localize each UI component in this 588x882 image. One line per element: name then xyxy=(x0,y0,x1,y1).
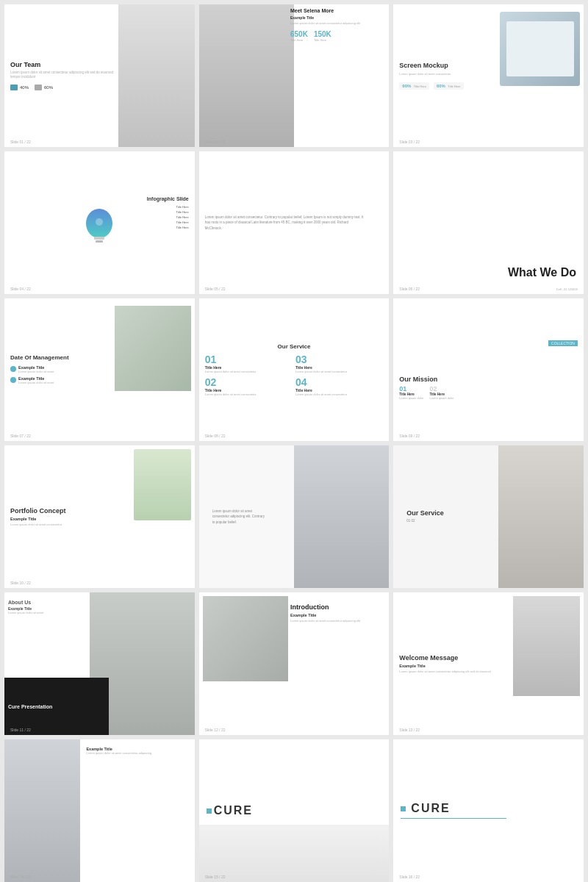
slide-cure-forest[interactable]: CURE Slide 15 / 22 xyxy=(199,739,390,882)
selena-image xyxy=(199,4,294,147)
selena-stat1: 650K Title Here xyxy=(290,30,308,42)
mission-items: 01 Title Here Lorem ipsum dolor 02 Title… xyxy=(399,385,453,400)
portfolio-example: Example Title xyxy=(10,517,126,521)
svg-rect-1 xyxy=(94,237,104,240)
slide-our-mission[interactable]: COLLECTION Our Mission 01 Title Here Lor… xyxy=(393,298,584,441)
collection-badge: COLLECTION xyxy=(548,340,578,346)
what-title: What We Do xyxy=(508,265,576,279)
cure-brand-2: CURE xyxy=(411,802,450,815)
laptop-placeholder xyxy=(500,12,580,86)
slide-our-service-numbered[interactable]: Our Service 01 Title Here Lorem ipsum do… xyxy=(199,298,390,441)
welcome-title: Welcome Message xyxy=(399,654,506,662)
welcome-body: Lorem ipsum dolor sit amet consectetur a… xyxy=(399,670,506,674)
cure-square-icon-2 xyxy=(401,806,406,811)
selena-stat2: 150K Title Here xyxy=(314,30,331,42)
mockup-stat2: 60% Title Here xyxy=(434,82,464,90)
slide-label: Slide 13 / 22 xyxy=(399,728,420,732)
slide-label: Slide 14 / 22 xyxy=(10,875,31,879)
mockup-stat1: 90% Title Here xyxy=(399,82,429,90)
mockup-body: Lorem ipsum dolor sit amet consectetur xyxy=(399,72,488,76)
svg-point-3 xyxy=(96,218,103,226)
infographic-title: Infographic Slide xyxy=(10,196,189,201)
slide-screen-mockup[interactable]: Screen Mockup Lorem ipsum dolor sit amet… xyxy=(393,4,584,147)
date-title: Date Of Management xyxy=(10,354,108,361)
slide-label: Slide 08 / 22 xyxy=(205,434,226,438)
slide-label: Slide 11 / 22 xyxy=(10,728,31,732)
slide-label: Slide 16 / 22 xyxy=(399,875,420,879)
service-title: Our Service xyxy=(205,343,384,350)
slide-label: Slide 15 / 22 xyxy=(205,875,226,879)
slide-welcome-message[interactable]: Welcome Message Example Title Lorem ipsu… xyxy=(393,592,584,735)
mockup-title: Screen Mockup xyxy=(399,62,448,69)
slide-cure-line[interactable]: CURE Slide 16 / 22 xyxy=(393,739,584,882)
contact-info: Call - 22 123456 xyxy=(556,287,578,291)
slide-label: Slide 04 / 22 xyxy=(10,287,31,291)
date-items: Example Title Lorem ipsum dolor sit amet… xyxy=(10,365,108,384)
mission-image-grid xyxy=(399,350,404,373)
selena-content: Meet Selena More Example Title Lorem ips… xyxy=(290,8,385,42)
date-icon-1 xyxy=(10,366,16,372)
interior-preview xyxy=(498,445,584,588)
svg-rect-2 xyxy=(96,240,103,243)
slide-label: Slide 01 / 22 xyxy=(10,140,31,144)
slide-our-team[interactable]: Our Team Lorem ipsum dolor sit amet cons… xyxy=(4,4,195,147)
slide-label: Slide 07 / 22 xyxy=(10,434,31,438)
slide-empty2: Our Service 01 02 xyxy=(393,445,584,588)
infographic-items: Title Here Title Here Title Here Title H… xyxy=(176,205,188,229)
cactus-image xyxy=(134,449,191,520)
about-dark-box: Cure Presentation xyxy=(4,678,109,735)
person-back-large xyxy=(4,739,80,882)
slide-label: Slide 09 / 22 xyxy=(399,434,420,438)
team-person-image xyxy=(118,4,194,147)
slide-person-right[interactable]: Example Title Lorem ipsum dolor sit amet… xyxy=(4,739,195,882)
service-item-3: 02 Title Here Lorem ipsum dolor sit amet… xyxy=(205,376,293,396)
forest-background xyxy=(199,825,390,882)
slide-label: Slide 03 / 22 xyxy=(399,140,420,144)
cure-accent-line xyxy=(401,818,506,819)
slide-introduction[interactable]: Introduction Example Title Lorem ipsum d… xyxy=(199,592,390,735)
service-item-1: 01 Title Here Lorem ipsum dolor sit amet… xyxy=(205,354,293,373)
service-grid: 01 Title Here Lorem ipsum dolor sit amet… xyxy=(205,354,384,396)
stats-row: 40% 60% xyxy=(10,85,118,90)
stat1: 40% xyxy=(10,85,29,90)
intro-title: Introduction xyxy=(290,603,381,611)
stat-icon-2 xyxy=(35,85,42,90)
selena-stats: 650K Title Here 150K Title Here xyxy=(290,30,385,42)
bulb-container: Title Here Title Here Title Here Title H… xyxy=(10,205,189,249)
selena-example: Example Title xyxy=(290,15,385,20)
slide-label: Slide 05 / 22 xyxy=(205,287,226,291)
cure-presentation-label: Cure Presentation xyxy=(8,704,52,709)
slide-about-cure[interactable]: Cure Presentation About Us Example Title… xyxy=(4,592,195,735)
slide-meet-selena[interactable]: Meet Selena More Example Title Lorem ips… xyxy=(199,4,390,147)
stat2: 60% xyxy=(35,85,53,90)
welcome-example: Example Title xyxy=(399,664,506,668)
date-plant-image xyxy=(115,306,190,391)
intro-example: Example Title xyxy=(290,613,381,617)
welcome-person-image xyxy=(513,596,580,696)
slide-grid: Our Team Lorem ipsum dolor sit amet cons… xyxy=(0,0,588,882)
intro-body: Lorem ipsum dolor sit amet consectetur a… xyxy=(290,619,381,623)
slide-about-text[interactable]: Lorem ipsum dolor sit amet consectetur. … xyxy=(199,151,390,294)
portfolio-title: Portfolio Concept xyxy=(10,507,126,514)
slide-body: Lorem ipsum dolor sit amet consectetur a… xyxy=(10,71,118,80)
slide-what-we-do[interactable]: What We Do Call - 22 123456 Slide 06 / 2… xyxy=(393,151,584,294)
portfolio-body: Lorem ipsum dolor sit amet consectetur xyxy=(10,523,126,527)
slide-label: Slide 12 / 22 xyxy=(205,728,226,732)
slide-label: Slide 02 / 22 xyxy=(205,140,226,144)
about-text-body: Lorem ipsum dolor sit amet consectetur. … xyxy=(205,215,365,231)
selena-title: Meet Selena More xyxy=(290,8,385,13)
date-icon-2 xyxy=(10,377,16,383)
slide-title: Our Team xyxy=(10,61,118,68)
slide-label: Slide 06 / 22 xyxy=(399,287,420,291)
slide-empty1: Lorem ipsum dolor sit amet consectetur a… xyxy=(199,445,390,588)
intro-plant-image xyxy=(203,596,288,681)
slide-date-management[interactable]: Date Of Management Example Title Lorem i… xyxy=(4,298,195,441)
cure-brand: CURE xyxy=(214,804,253,817)
service-item-2: 03 Title Here Lorem ipsum dolor sit amet… xyxy=(295,354,383,373)
mission-title: Our Mission xyxy=(399,376,437,383)
stat-icon-1 xyxy=(10,85,18,90)
slide-portfolio-cactus[interactable]: Portfolio Concept Example Title Lorem ip… xyxy=(4,445,195,588)
selena-body: Lorem ipsum dolor sit amet consectetur a… xyxy=(290,21,385,26)
slide-infographic[interactable]: Infographic Slide Title Here Title Here … xyxy=(4,151,195,294)
service-item-4: 04 Title Here Lorem ipsum dolor sit amet… xyxy=(295,376,383,396)
